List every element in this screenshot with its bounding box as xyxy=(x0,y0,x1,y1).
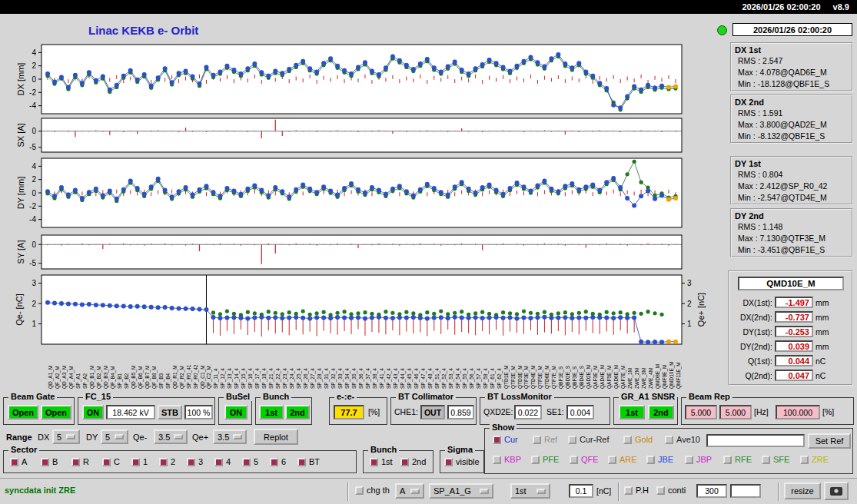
bunch-1st-checkbox[interactable] xyxy=(370,458,378,466)
bunch-select-1st[interactable]: 1st xyxy=(370,457,393,466)
beam-gate-open-button-1[interactable]: Open xyxy=(8,405,38,419)
zre-checkbox[interactable] xyxy=(800,456,809,464)
sector-2-checkbox[interactable] xyxy=(159,458,168,466)
bunch-select-2nd[interactable]: 2nd xyxy=(400,457,426,466)
charge-plot[interactable]: 321321 xyxy=(15,274,692,345)
dy-orbit-plot[interactable]: 420-2-4 xyxy=(15,158,692,228)
show-item-pfe[interactable]: PFE xyxy=(531,455,559,464)
sy-steering-plot[interactable]: 0-5 xyxy=(15,234,692,270)
qxd2e-value-field: 0.022 xyxy=(514,405,542,419)
qfe-checkbox[interactable] xyxy=(570,456,578,464)
chg-th-checkbox[interactable] xyxy=(355,486,364,495)
gr-a1-2nd-button[interactable]: 2nd xyxy=(648,405,674,419)
cur-checkbox[interactable] xyxy=(493,436,501,444)
range-qe-minus-select[interactable]: 3.5 xyxy=(154,429,188,444)
ph-item[interactable]: P.H xyxy=(624,486,649,495)
gold-checkbox[interactable] xyxy=(623,436,632,444)
show-item-jbe[interactable]: JBE xyxy=(646,455,673,464)
range-dx-select[interactable]: 5 xyxy=(52,429,80,444)
sector-5-checkbox[interactable] xyxy=(242,458,251,466)
sector-item-c[interactable]: C xyxy=(102,457,120,466)
show-item-are[interactable]: ARE xyxy=(608,455,637,464)
bunch-2nd-button[interactable]: 2nd xyxy=(285,405,310,419)
bunch-1st-button[interactable]: 1st xyxy=(259,405,284,419)
show-item-rfe[interactable]: RFE xyxy=(723,455,752,464)
sx-steering-plot[interactable]: 0-5 xyxy=(15,118,692,153)
set-ref-input[interactable] xyxy=(706,434,805,447)
show-item-zre[interactable]: ZRE xyxy=(800,455,829,464)
sigma-visible-checkbox[interactable] xyxy=(444,458,453,466)
sector-4-checkbox[interactable] xyxy=(214,458,223,466)
bunch-2nd-checkbox[interactable] xyxy=(400,458,409,466)
show-item-ref[interactable]: Ref xyxy=(533,435,557,444)
set-ref-button[interactable]: Set Ref xyxy=(808,433,851,449)
show-item-jbp[interactable]: JBP xyxy=(685,455,712,464)
threshold-field[interactable]: 0.1 xyxy=(569,484,593,498)
sector-c-checkbox[interactable] xyxy=(102,458,111,466)
sector-b-checkbox[interactable] xyxy=(41,458,49,466)
dx-orbit-plot[interactable]: 420-2-4 xyxy=(15,44,692,114)
screenshot-button[interactable] xyxy=(824,482,849,500)
sector-item-1[interactable]: 1 xyxy=(131,457,148,466)
sector-item-2[interactable]: 2 xyxy=(159,457,175,466)
busel-on-button[interactable]: ON xyxy=(224,405,247,419)
sector-item-5[interactable]: 5 xyxy=(242,457,258,466)
show-item-qfe[interactable]: QFE xyxy=(570,455,599,464)
range-qe-plus-select[interactable]: 3.5 xyxy=(213,429,247,444)
sector-6-checkbox[interactable] xyxy=(270,458,278,466)
jbp-checkbox[interactable] xyxy=(685,456,693,464)
sector-item-b[interactable]: B xyxy=(41,457,58,466)
sector-a-checkbox[interactable] xyxy=(10,458,18,466)
jbe-checkbox[interactable] xyxy=(646,456,655,464)
sector-item-3[interactable]: 3 xyxy=(187,457,203,466)
resize-button[interactable]: resize xyxy=(784,482,821,499)
are-checkbox[interactable] xyxy=(608,456,616,464)
sector-r-checkbox[interactable] xyxy=(71,458,80,466)
show-item-kbp[interactable]: KBP xyxy=(493,455,521,464)
pfe-label: PFE xyxy=(543,455,559,464)
monitor-row: DY(2nd): 0.039 mm xyxy=(732,340,829,352)
sfe-checkbox[interactable] xyxy=(762,456,770,464)
blank-field[interactable] xyxy=(730,484,761,498)
sector-3-checkbox[interactable] xyxy=(187,458,195,466)
sector-item-6[interactable]: 6 xyxy=(270,457,286,466)
device-select[interactable]: SP_A1_G xyxy=(429,483,493,499)
sector-item-r[interactable]: R xyxy=(71,457,89,466)
beam-gate-open-button-2[interactable]: Open xyxy=(41,405,71,419)
chg-th-item[interactable]: chg th xyxy=(355,486,390,495)
rfe-checkbox[interactable] xyxy=(723,456,732,464)
kbp-checkbox[interactable] xyxy=(493,456,501,464)
replot-button[interactable]: Replot xyxy=(254,429,298,445)
sector-item-a[interactable]: A xyxy=(10,457,27,466)
fc15-stb-button[interactable]: STB xyxy=(158,405,182,419)
show-item-ave10[interactable]: Ave10 xyxy=(665,435,700,444)
monitor-title[interactable]: QMD10E_M xyxy=(738,277,844,290)
cur-ref-checkbox[interactable] xyxy=(568,436,576,444)
show-item-cur-ref[interactable]: Cur-Ref xyxy=(568,435,610,444)
pfe-checkbox[interactable] xyxy=(531,456,540,464)
sector-item-4[interactable]: 4 xyxy=(214,457,231,466)
svg-text:0: 0 xyxy=(32,240,36,249)
ref-checkbox[interactable] xyxy=(533,436,541,444)
ave10-checkbox[interactable] xyxy=(665,436,673,444)
sector-bt-checkbox[interactable] xyxy=(297,458,306,466)
sector-6-label: 6 xyxy=(281,457,286,466)
sector-item-bt[interactable]: BT xyxy=(297,457,320,466)
conti-checkbox[interactable] xyxy=(656,486,665,495)
show-item-sfe[interactable]: SFE xyxy=(762,455,789,464)
show-item-gold[interactable]: Gold xyxy=(623,435,653,444)
sector-select[interactable]: A xyxy=(395,483,424,499)
range-dy-select[interactable]: 5 xyxy=(101,429,128,444)
monitor-row-unit: mm xyxy=(815,313,829,322)
conti-item[interactable]: conti xyxy=(656,486,686,495)
sector-1-checkbox[interactable] xyxy=(131,458,140,466)
ph-checkbox[interactable] xyxy=(624,486,633,495)
fc15-on-button[interactable]: ON xyxy=(82,405,104,419)
count-field[interactable]: 300 xyxy=(696,484,727,498)
show-item-cur[interactable]: Cur xyxy=(493,435,518,444)
stat-box-dy-2nd: DY 2nd RMS : 1.148 Max : 7.130@QTF3E_M M… xyxy=(730,208,853,257)
jbe-label: JBE xyxy=(658,455,673,464)
gr-a1-1st-button[interactable]: 1st xyxy=(619,405,645,419)
sigma-visible-item[interactable]: visible xyxy=(444,457,480,466)
bunch-th-select[interactable]: 1st xyxy=(510,483,550,499)
